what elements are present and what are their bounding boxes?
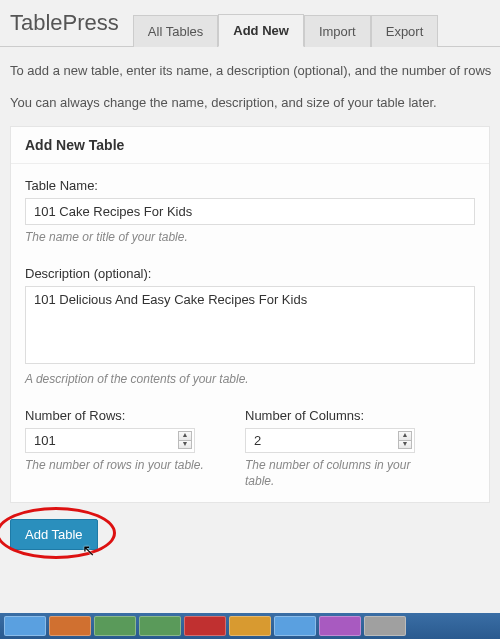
tab-add-new[interactable]: Add New [218,14,304,47]
cols-input[interactable] [245,428,415,453]
cols-label: Number of Columns: [245,408,435,423]
description-label: Description (optional): [25,266,475,281]
description-input[interactable] [25,286,475,364]
description-hint: A description of the contents of your ta… [25,371,475,388]
taskbar-item[interactable] [274,616,316,636]
rows-input[interactable] [25,428,195,453]
rows-hint: The number of rows in your table. [25,457,215,474]
rows-stepper-up[interactable]: ▲ [178,431,192,440]
intro-text-2: You can always change the name, descript… [0,87,500,127]
panel-title: Add New Table [11,127,489,164]
table-name-label: Table Name: [25,178,475,193]
taskbar-item[interactable] [229,616,271,636]
add-table-button[interactable]: Add Table [10,519,98,550]
os-taskbar [0,613,500,639]
app-logo: TablePress [0,0,133,46]
intro-text-1: To add a new table, enter its name, a de… [0,47,500,87]
taskbar-item[interactable] [49,616,91,636]
tab-bar: All Tables Add New Import Export [133,0,438,46]
taskbar-item[interactable] [94,616,136,636]
taskbar-item[interactable] [184,616,226,636]
cols-stepper-down[interactable]: ▼ [398,440,412,449]
tab-import[interactable]: Import [304,15,371,47]
table-name-input[interactable] [25,198,475,225]
table-name-hint: The name or title of your table. [25,229,475,246]
taskbar-item[interactable] [139,616,181,636]
tab-export[interactable]: Export [371,15,439,47]
tab-all-tables[interactable]: All Tables [133,15,218,47]
add-table-panel: Add New Table Table Name: The name or ti… [10,126,490,503]
taskbar-item[interactable] [319,616,361,636]
cols-stepper-up[interactable]: ▲ [398,431,412,440]
rows-stepper-down[interactable]: ▼ [178,440,192,449]
rows-label: Number of Rows: [25,408,215,423]
taskbar-item[interactable] [364,616,406,636]
cols-hint: The number of columns in your table. [245,457,435,491]
taskbar-item[interactable] [4,616,46,636]
